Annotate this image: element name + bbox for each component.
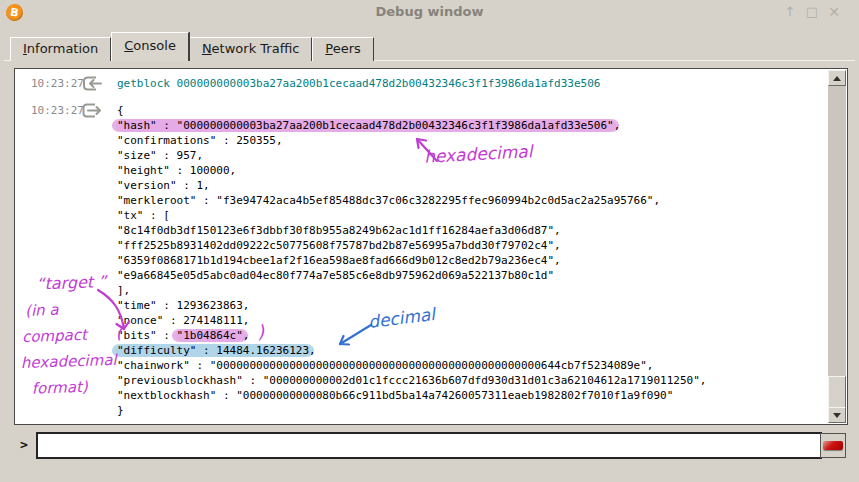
console-text: , bbox=[614, 119, 621, 132]
console-text: "height" : 100000, bbox=[117, 164, 236, 177]
timestamp bbox=[15, 298, 77, 313]
console-text: "nonce" : 274148111, bbox=[117, 314, 249, 327]
timestamp bbox=[15, 313, 77, 328]
timestamp bbox=[15, 208, 77, 223]
icon-spacer bbox=[77, 268, 117, 283]
console-row: "merkleroot" : "f3e94742aca4b5ef85488dc3… bbox=[15, 193, 827, 208]
console-row: "hash" : "000000000003ba27aa200b1cecaad4… bbox=[15, 118, 827, 133]
console-line-text: getblock 000000000003ba27aa200b1cecaad47… bbox=[117, 76, 600, 91]
clear-console-icon bbox=[823, 441, 843, 450]
console-row: "confirmations" : 250355, bbox=[15, 133, 827, 148]
tab-console[interactable]: Console bbox=[111, 32, 189, 61]
console-text: "6359f0868171b1d194cbee1af2f16ea598ae8fa… bbox=[117, 254, 561, 267]
console-line-text: "previousblockhash" : "000000000002d01c1… bbox=[117, 373, 706, 388]
console-row: "difficulty" : 14484.16236123, bbox=[15, 343, 827, 358]
console-line-text: "version" : 1, bbox=[117, 178, 210, 193]
tab-network-traffic[interactable]: Network Traffic bbox=[189, 37, 312, 61]
console-text: "time" : 1293623863, bbox=[117, 299, 249, 312]
console-text: } bbox=[117, 404, 124, 417]
icon-spacer bbox=[77, 253, 117, 268]
tab-bar: InformationConsoleNetwork TrafficPeers bbox=[10, 33, 374, 61]
console-line-text: "nextblockhash" : "00000000000080b66c911… bbox=[117, 388, 673, 403]
console-text: "fff2525b8931402dd09222c50775608f75787bd… bbox=[117, 239, 561, 252]
console-row: "nextblockhash" : "00000000000080b66c911… bbox=[15, 388, 827, 403]
console-row: ], bbox=[15, 283, 827, 298]
timestamp bbox=[15, 358, 77, 373]
timestamp bbox=[15, 118, 77, 133]
timestamp: 10:23:27 bbox=[15, 76, 77, 91]
icon-spacer bbox=[77, 133, 117, 148]
console-row: "6359f0868171b1d194cbee1af2f16ea598ae8fa… bbox=[15, 253, 827, 268]
highlighted-text: "difficulty" : 14484.16236123 bbox=[114, 344, 312, 357]
tab-information[interactable]: Information bbox=[10, 37, 111, 61]
maximize-icon[interactable]: □ bbox=[803, 3, 821, 21]
console-row: 10:23:27getblock 000000000003ba27aa200b1… bbox=[15, 76, 827, 91]
console-line-text: "tx" : [ bbox=[117, 208, 170, 223]
console-line-text: "8c14f0db3df150123e6f3dbbf30f8b955a8249b… bbox=[117, 223, 561, 238]
minimize-icon[interactable]: ↑ bbox=[781, 3, 799, 21]
timestamp bbox=[15, 223, 77, 238]
timestamp bbox=[15, 343, 77, 358]
request-arrow-icon bbox=[77, 76, 117, 91]
console-row: "time" : 1293623863, bbox=[15, 298, 827, 313]
vertical-scrollbar[interactable] bbox=[828, 70, 846, 423]
scroll-down-icon[interactable] bbox=[828, 407, 846, 423]
console-row: "height" : 100000, bbox=[15, 163, 827, 178]
console-text: ], bbox=[117, 284, 130, 297]
timestamp bbox=[15, 373, 77, 388]
timestamp bbox=[15, 388, 77, 403]
console-row: "nonce" : 274148111, bbox=[15, 313, 827, 328]
console-line-text: ], bbox=[117, 283, 130, 298]
console-text: , bbox=[243, 329, 250, 342]
reply-arrow-icon bbox=[77, 103, 117, 118]
console-line-text: "confirmations" : 250355, bbox=[117, 133, 283, 148]
console-line-text: "e9a66845e05d5abc0ad04ec80f774a7e585c6e8… bbox=[117, 268, 554, 283]
timestamp bbox=[15, 253, 77, 268]
timestamp bbox=[15, 403, 77, 418]
console-text: , bbox=[309, 344, 316, 357]
prompt-symbol: > bbox=[20, 437, 28, 452]
console-text: "version" : 1, bbox=[117, 179, 210, 192]
window-title: Debug window bbox=[0, 4, 859, 19]
icon-spacer bbox=[77, 373, 117, 388]
tab-peers[interactable]: Peers bbox=[312, 37, 374, 61]
icon-spacer bbox=[77, 343, 117, 358]
console-row: } bbox=[15, 403, 827, 418]
icon-spacer bbox=[77, 223, 117, 238]
console-line-text: "height" : 100000, bbox=[117, 163, 236, 178]
console-text: "bits" : bbox=[117, 329, 177, 342]
console-line-text: "hash" : "000000000003ba27aa200b1cecaad4… bbox=[117, 118, 620, 133]
console-text: "nextblockhash" : "00000000000080b66c911… bbox=[117, 389, 673, 402]
console-text: getblock 000000000003ba27aa200b1cecaad47… bbox=[117, 77, 600, 90]
console-row: "bits" : "1b04864c", bbox=[15, 328, 827, 343]
scrollbar-thumb[interactable] bbox=[828, 376, 846, 410]
icon-spacer bbox=[77, 148, 117, 163]
timestamp bbox=[15, 193, 77, 208]
icon-spacer bbox=[77, 193, 117, 208]
icon-spacer bbox=[77, 178, 117, 193]
clear-console-button[interactable] bbox=[820, 433, 846, 458]
console-lines: 10:23:27getblock 000000000003ba27aa200b1… bbox=[15, 76, 827, 418]
debug-window: B Debug window ↑ □ ✕ InformationConsoleN… bbox=[0, 0, 859, 482]
console-row: 10:23:27{ bbox=[15, 103, 827, 118]
console-text: "merkleroot" : "f3e94742aca4b5ef85488dc3… bbox=[117, 194, 660, 207]
highlighted-text: "1b04864c" bbox=[174, 329, 246, 342]
scroll-up-icon[interactable] bbox=[828, 70, 846, 86]
console-line-text: "difficulty" : 14484.16236123, bbox=[117, 343, 316, 358]
timestamp bbox=[15, 328, 77, 343]
console-row: "previousblockhash" : "000000000002d01c1… bbox=[15, 373, 827, 388]
console-output[interactable]: 10:23:27getblock 000000000003ba27aa200b1… bbox=[14, 68, 848, 425]
close-icon[interactable]: ✕ bbox=[825, 3, 843, 21]
console-line-text: } bbox=[117, 403, 124, 418]
console-row: "8c14f0db3df150123e6f3dbbf30f8b955a8249b… bbox=[15, 223, 827, 238]
console-line-text: "6359f0868171b1d194cbee1af2f16ea598ae8fa… bbox=[117, 253, 561, 268]
command-input[interactable] bbox=[36, 432, 822, 459]
timestamp: 10:23:27 bbox=[15, 103, 77, 118]
icon-spacer bbox=[77, 298, 117, 313]
console-text: { bbox=[117, 104, 124, 117]
prompt-row: > bbox=[14, 432, 848, 459]
console-line-text: "time" : 1293623863, bbox=[117, 298, 249, 313]
console-line-text: "merkleroot" : "f3e94742aca4b5ef85488dc3… bbox=[117, 193, 660, 208]
icon-spacer bbox=[77, 328, 117, 343]
console-row: "fff2525b8931402dd09222c50775608f75787bd… bbox=[15, 238, 827, 253]
